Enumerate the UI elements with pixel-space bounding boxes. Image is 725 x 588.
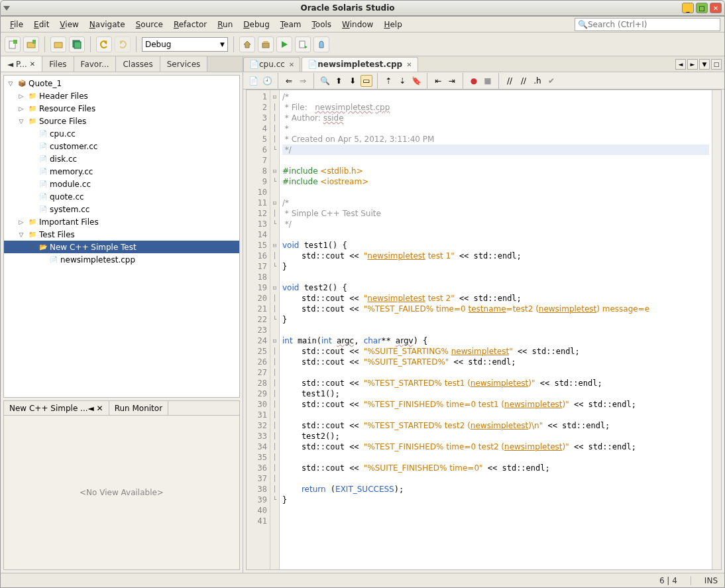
project-tree[interactable]: ▽📦Quote_1▷📁Header Files▷📁Resource Files▽… [3,75,240,398]
tree-node[interactable]: 📄system.cc [4,203,239,215]
toggle-highlight-icon[interactable]: ▭ [361,75,372,87]
tree-twisty-icon[interactable]: ▽ [17,118,25,125]
tree-node[interactable]: ▷📁Resource Files [4,102,239,115]
left-tab[interactable]: Classes [116,56,160,72]
tab-scroll-left-icon[interactable]: ◄ [675,59,686,70]
search-input[interactable] [588,20,717,29]
menu-run[interactable]: Run [212,20,238,29]
menu-edit[interactable]: Edit [28,20,54,29]
tree-twisty-icon[interactable]: ▷ [17,93,25,99]
tree-node[interactable]: 📄memory.cc [4,165,239,178]
tree-label: disk.cc [50,154,77,164]
new-file-icon[interactable] [5,36,21,52]
tree-node[interactable]: ▷📁Header Files [4,89,239,102]
menu-navigate[interactable]: Navigate [84,20,131,29]
error-stripe[interactable] [712,90,721,569]
config-dropdown[interactable]: Debug▼ [142,37,228,52]
profile-icon[interactable] [313,36,329,52]
tree-node[interactable]: 📄quote.cc [4,190,239,203]
tree-node[interactable]: 📄module.cc [4,178,239,190]
stop-macro-icon[interactable]: ■ [482,75,494,87]
editor-tab[interactable]: 📄 cpu.cc✕ [243,57,300,72]
toggle-bookmark-icon[interactable]: 🔖 [410,75,422,87]
nav-fwd-icon[interactable]: ⇒ [297,75,309,87]
menu-window[interactable]: Window [337,20,378,29]
tree-node[interactable]: 📄cpu.cc [4,127,239,140]
tree-node[interactable]: ▷📁Important Files [4,215,239,228]
menu-tools[interactable]: Tools [307,20,337,29]
left-tab[interactable]: Services [160,56,208,72]
tab-scroll-right-icon[interactable]: ► [687,59,698,70]
open-project-icon[interactable] [50,36,66,52]
tree-node[interactable]: ▽📂New C++ Simple Test [4,241,239,253]
menu-view[interactable]: View [54,20,84,29]
menu-file[interactable]: File [5,20,28,29]
close-button[interactable]: ✕ [710,3,722,13]
source-view-icon[interactable]: 📄 [247,75,259,87]
redo-icon[interactable] [115,36,131,52]
build-icon[interactable] [239,36,255,52]
bottom-panel: New C++ Simple ... ◄ ✕Run Monitor <No Vi… [3,400,240,570]
undo-icon[interactable] [96,36,112,52]
find-prev-icon[interactable]: ⬆ [333,75,345,87]
goto-header-icon[interactable]: .h [531,75,543,87]
code-area[interactable]: /* * File: newsimpletest.cpp * Author: s… [280,90,712,569]
bottom-tab[interactable]: Run Monitor [109,401,168,415]
tree-twisty-icon[interactable]: ▷ [17,219,25,225]
tree-twisty-icon[interactable]: ▽ [28,244,36,251]
find-next-icon[interactable]: ⬇ [347,75,359,87]
maximize-button[interactable]: □ [696,3,708,13]
code-editor[interactable]: 1 2 3 4 5 6 7 8 9 10 11 12 13 14 15 16 1… [246,89,722,570]
svg-rect-2 [13,40,17,44]
window-menu-icon[interactable] [3,5,15,11]
search-box[interactable]: 🔍 [575,18,720,31]
new-project-icon[interactable] [23,36,39,52]
clean-build-icon[interactable] [258,36,274,52]
find-selection-icon[interactable]: 🔍 [319,75,331,87]
debug-icon[interactable] [295,36,311,52]
file-icon: 📄 [249,60,259,69]
shift-right-icon[interactable]: ⇥ [446,75,458,87]
save-all-icon[interactable] [69,36,85,52]
close-icon[interactable]: ✕ [30,60,35,68]
start-macro-icon[interactable]: ● [468,75,480,87]
left-tab[interactable]: Files [42,56,74,72]
menu-help[interactable]: Help [378,20,407,29]
tree-twisty-icon[interactable]: ▽ [7,80,15,87]
tree-label: module.cc [50,180,91,189]
tree-node[interactable]: 📄disk.cc [4,152,239,165]
left-tabstrip: ◄ P...✕FilesFavor...ClassesServices [1,56,243,72]
check-icon[interactable]: ✔ [545,75,557,87]
fold-gutter[interactable]: ⊟ │ │ │ │ └ ⊟ └ ⊟ │ └ ⊟ │ └ ⊟ │ │ └ ⊟ │ … [270,90,280,569]
tree-node[interactable]: ▽📦Quote_1 [4,77,239,89]
tree-twisty-icon[interactable]: ▷ [17,105,25,112]
shift-left-icon[interactable]: ⇤ [432,75,444,87]
menu-team[interactable]: Team [275,20,307,29]
close-icon[interactable]: ✕ [406,61,412,68]
tree-node[interactable]: 📄customer.cc [4,140,239,152]
tree-node[interactable]: 📄newsimpletest.cpp [4,253,239,266]
tab-maximize-icon[interactable]: □ [711,59,722,70]
next-bookmark-icon[interactable]: ⇣ [396,75,408,87]
nav-back-icon[interactable]: ⇐ [283,75,295,87]
tree-twisty-icon[interactable]: ▽ [17,231,25,238]
left-tab[interactable]: Favor... [74,56,117,72]
menu-source[interactable]: Source [131,20,168,29]
history-view-icon[interactable]: 🕘 [261,75,273,87]
menu-debug[interactable]: Debug [238,20,274,29]
menu-refactor[interactable]: Refactor [168,20,212,29]
uncomment-icon[interactable]: /∕ [518,75,530,87]
close-icon[interactable]: ◄ ✕ [88,404,103,413]
left-tab[interactable]: ◄ P...✕ [1,56,42,72]
close-icon[interactable]: ✕ [289,61,294,68]
run-icon[interactable] [276,36,292,52]
comment-icon[interactable]: // [504,75,516,87]
tree-label: Source Files [39,117,86,126]
editor-tab[interactable]: 📄 newsimpletest.cpp✕ [302,57,418,72]
minimize-button[interactable]: _ [682,3,694,13]
prev-bookmark-icon[interactable]: ⇡ [382,75,394,87]
bottom-tab[interactable]: New C++ Simple ... ◄ ✕ [4,401,109,415]
tree-node[interactable]: ▽📁Source Files [4,115,239,127]
tab-list-icon[interactable]: ▼ [699,59,710,70]
tree-node[interactable]: ▽📁Test Files [4,228,239,241]
